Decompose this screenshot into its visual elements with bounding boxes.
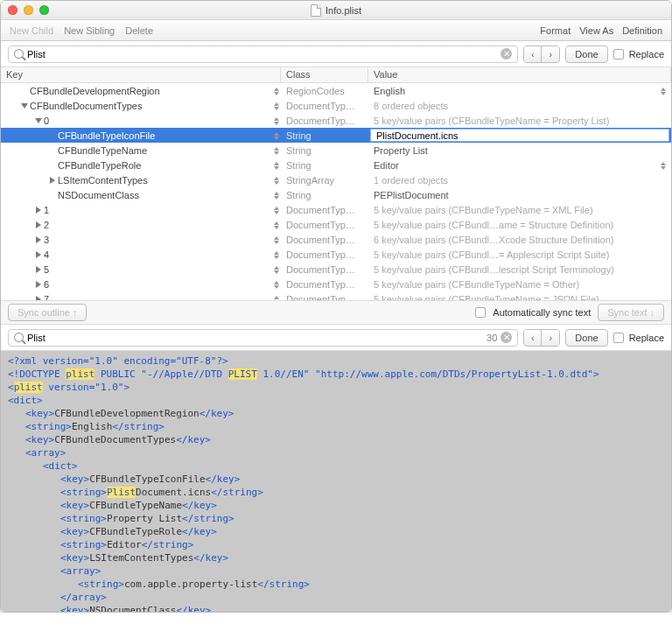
code-line: <plist version="1.0"> [8,381,664,394]
sync-bar: Sync outline ↑ Automatically sync text S… [1,300,671,325]
class-stepper[interactable] [274,132,279,140]
code-line: <key>CFBundleTypeIconFile</key> [8,473,664,486]
value-stepper[interactable] [661,162,666,170]
outline-row[interactable]: 3DocumentTyp…6 key/value pairs (CFBundl…… [1,232,671,247]
row-value: Property List [368,145,671,156]
match-count: 30 [486,333,497,343]
class-stepper[interactable] [274,281,279,289]
row-class: String [281,145,368,156]
outline-row[interactable]: 2DocumentTyp…5 key/value pairs (CFBundl…… [1,217,671,232]
class-stepper[interactable] [274,88,279,95]
outline-row[interactable]: CFBundleTypeIconFileStringPlistDocument.… [1,128,671,143]
row-value: 5 key/value pairs (CFBundleTypeName = Pr… [368,116,671,126]
outline-row[interactable]: 6DocumentTyp…5 key/value pairs (CFBundle… [1,277,671,291]
outline-search-input[interactable] [27,49,497,60]
format-button[interactable]: Format [540,25,570,36]
disclosure-triangle-icon[interactable] [36,251,41,258]
text-done-button[interactable]: Done [565,329,607,347]
row-class: DocumentTyp… [281,205,368,215]
disclosure-triangle-icon[interactable] [36,207,41,214]
outline-row[interactable]: 5DocumentTyp…5 key/value pairs (CFBundl…… [1,262,671,277]
row-key: LSItemContentTypes [58,175,148,186]
outline-row[interactable]: NSDocumentClassStringPEPlistDocument [1,187,671,202]
outline-row[interactable]: CFBundleDocumentTypesDocumentTyp…8 order… [1,98,671,113]
row-key: 3 [44,235,49,245]
disclosure-triangle-icon[interactable] [36,281,41,288]
class-stepper[interactable] [274,192,279,200]
outline-search-field[interactable]: ✕ [8,46,518,63]
row-value: 5 key/value pairs (CFBundl…= Applescript… [368,249,671,260]
text-replace-checkbox[interactable] [613,333,624,343]
code-line: <key>CFBundleTypeRole</key> [8,525,664,538]
next-match-button[interactable]: › [542,330,559,346]
row-class: DocumentTyp… [281,279,368,290]
sync-text-button[interactable]: Sync text ↓ [598,304,664,321]
prev-match-button[interactable]: ‹ [524,46,542,62]
outline-replace-checkbox[interactable] [613,49,624,60]
class-stepper[interactable] [274,162,279,170]
class-stepper[interactable] [274,251,279,259]
titlebar: Info.plist [1,1,671,20]
text-view[interactable]: <?xml version="1.0" encoding="UTF-8"?><!… [1,351,671,612]
col-value[interactable]: Value [368,67,671,82]
disclosure-triangle-icon[interactable] [36,266,41,273]
sync-outline-button[interactable]: Sync outline ↑ [8,304,87,321]
row-value: 5 key/value pairs (CFBundl…ame = Structu… [368,220,671,230]
window-title-text: Info.plist [326,5,361,16]
outline-done-button[interactable]: Done [565,46,607,63]
outline-row[interactable]: LSItemContentTypesStringArray1 ordered o… [1,172,671,187]
class-stepper[interactable] [274,296,279,301]
disclosure-triangle-icon[interactable] [50,177,55,184]
class-stepper[interactable] [274,221,279,229]
class-stepper[interactable] [274,147,279,155]
col-key[interactable]: Key [1,67,281,82]
col-class[interactable]: Class [281,67,368,82]
document-icon [311,4,321,17]
app-window: Info.plist New Child New Sibling Delete … [0,0,672,613]
row-key: 4 [44,249,49,260]
disclosure-triangle-icon[interactable] [36,296,41,301]
outline-row[interactable]: CFBundleDevelopmentRegionRegionCodesEngl… [1,83,671,98]
class-stepper[interactable] [274,207,279,214]
text-search-bar: 30 ✕ ‹ › Done Replace [1,325,671,351]
close-icon[interactable] [8,5,18,15]
outline-row[interactable]: 1DocumentTyp…5 key/value pairs (CFBundle… [1,202,671,217]
new-child-button[interactable]: New Child [10,25,53,36]
auto-sync-checkbox[interactable] [475,307,486,318]
definition-button[interactable]: Definition [622,25,662,36]
outline-row[interactable]: 0DocumentTyp…5 key/value pairs (CFBundle… [1,113,671,128]
text-nav-stepper[interactable]: ‹ › [523,329,560,347]
outline-view[interactable]: CFBundleDevelopmentRegionRegionCodesEngl… [1,83,671,300]
outline-row[interactable]: 4DocumentTyp…5 key/value pairs (CFBundl…… [1,247,671,262]
column-headers: Key Class Value [1,67,671,83]
clear-search-icon[interactable]: ✕ [500,48,512,60]
next-match-button[interactable]: › [542,46,559,62]
text-search-input[interactable] [27,333,483,343]
disclosure-triangle-icon[interactable] [35,118,42,123]
class-stepper[interactable] [274,102,279,110]
prev-match-button[interactable]: ‹ [524,330,542,346]
delete-button[interactable]: Delete [125,25,153,36]
view-as-button[interactable]: View As [579,25,613,36]
outline-row[interactable]: 7DocumentTyp…5 key/value pairs (CFBundle… [1,291,671,300]
text-search-field[interactable]: 30 ✕ [8,329,518,347]
new-sibling-button[interactable]: New Sibling [64,25,115,36]
disclosure-triangle-icon[interactable] [21,103,28,109]
disclosure-triangle-icon[interactable] [36,221,41,228]
class-stepper[interactable] [274,266,279,274]
outline-row[interactable]: CFBundleTypeNameStringProperty List [1,143,671,158]
class-stepper[interactable] [274,236,279,244]
value-stepper[interactable] [661,88,666,95]
outline-nav-stepper[interactable]: ‹ › [523,46,560,63]
minimize-icon[interactable] [24,5,33,15]
outline-row[interactable]: CFBundleTypeRoleStringEditor [1,158,671,172]
row-value[interactable]: PlistDocument.icns [370,129,669,142]
clear-search-icon[interactable]: ✕ [500,332,512,343]
row-class: DocumentTyp… [281,249,368,260]
class-stepper[interactable] [274,177,279,185]
row-key: 0 [44,116,49,126]
class-stepper[interactable] [274,117,279,125]
zoom-icon[interactable] [39,5,49,15]
code-line: <dict> [8,459,664,473]
disclosure-triangle-icon[interactable] [36,236,41,243]
